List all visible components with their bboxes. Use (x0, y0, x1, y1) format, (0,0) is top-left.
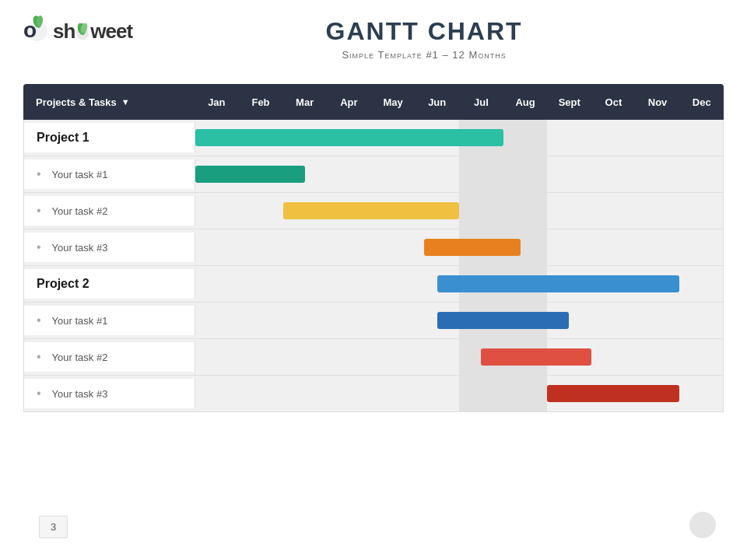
month-header-jun: Jun (415, 96, 459, 108)
bar-area (195, 376, 723, 411)
task-name: Your task #1 (52, 169, 108, 180)
sub-title: Simple Template #1 – 12 Months (132, 49, 716, 61)
month-header-aug: Aug (503, 96, 548, 108)
main-title: Gantt Chart (132, 17, 716, 46)
month-header-nov: Nov (636, 96, 680, 108)
task-label: •Your task #2 (24, 342, 195, 372)
shade-region (459, 376, 547, 411)
project-bar (437, 275, 679, 292)
project-name: Project 2 (37, 277, 89, 291)
gantt-row: •Your task #2 (24, 193, 723, 229)
page-number: 3 (39, 516, 68, 538)
task-bar (481, 348, 591, 366)
logo-icon: o (23, 16, 51, 44)
gantt-row: •Your task #3 (24, 229, 723, 266)
bar-area (195, 229, 723, 265)
task-label: •Your task #2 (24, 196, 195, 226)
gantt-header: Projects & Tasks ▼ JanFebMarAprMayJunJul… (23, 84, 724, 120)
month-headers: JanFebMarAprMayJunJulAugSeptOctNovDec (195, 96, 724, 108)
bar-area (195, 339, 723, 375)
projects-tasks-header: Projects & Tasks ▼ (23, 96, 195, 108)
gantt-row: •Your task #2 (24, 339, 723, 376)
bullet-icon: • (37, 387, 41, 401)
task-name: Your task #3 (52, 388, 108, 400)
gantt-row: Project 1 (24, 120, 723, 156)
filter-icon[interactable]: ▼ (121, 97, 130, 107)
project-bar (195, 129, 503, 146)
month-header-mar: Mar (282, 96, 327, 108)
task-label: •Your task #3 (24, 379, 195, 408)
task-name: Your task #1 (52, 315, 108, 327)
gantt-row: •Your task #3 (24, 376, 723, 411)
bar-area (195, 303, 723, 338)
bullet-icon: • (37, 167, 41, 181)
task-bar (283, 202, 459, 219)
bullet-icon: • (37, 313, 41, 327)
month-header-dec: Dec (679, 96, 724, 108)
gantt-body: Project 1•Your task #1•Your task #2•Your… (23, 120, 724, 412)
month-header-apr: Apr (327, 96, 371, 108)
logo: o shweet (23, 17, 132, 45)
task-name: Your task #2 (52, 352, 108, 363)
shade-region (459, 193, 547, 229)
task-bar (195, 166, 305, 183)
gantt-row: •Your task #1 (24, 156, 723, 193)
task-bar (437, 312, 570, 329)
task-bar (547, 385, 679, 402)
title-block: Gantt Chart Simple Template #1 – 12 Mont… (132, 17, 716, 61)
gantt-chart: Projects & Tasks ▼ JanFebMarAprMayJunJul… (23, 84, 724, 412)
task-bar (424, 239, 521, 256)
bar-area (195, 193, 723, 229)
project-label: Project 2 (24, 269, 195, 299)
month-header-oct: Oct (591, 96, 636, 108)
month-header-jan: Jan (195, 96, 239, 108)
month-header-jul: Jul (459, 96, 503, 108)
project-label: Project 1 (24, 123, 195, 152)
bullet-icon: • (37, 204, 41, 218)
month-header-feb: Feb (239, 96, 283, 108)
task-label: •Your task #3 (24, 233, 195, 262)
bar-area (195, 120, 723, 156)
gantt-row: •Your task #1 (24, 303, 723, 339)
project-name: Project 1 (37, 131, 89, 145)
bar-area (195, 156, 723, 192)
task-name: Your task #2 (52, 205, 108, 217)
page-header: o shweet Gantt Chart Simple Template #1 … (0, 0, 747, 68)
task-name: Your task #3 (52, 242, 108, 254)
task-label: •Your task #1 (24, 306, 195, 335)
projects-tasks-label: Projects & Tasks (36, 96, 117, 108)
month-header-may: May (371, 96, 416, 108)
logo-text: shweet (53, 19, 132, 44)
bullet-icon: • (37, 350, 41, 364)
bar-area (195, 266, 723, 302)
scroll-icon[interactable] (689, 512, 716, 538)
task-label: •Your task #1 (24, 159, 195, 189)
gantt-row: Project 2 (24, 266, 723, 303)
month-header-sept: Sept (547, 96, 591, 108)
bullet-icon: • (37, 240, 41, 254)
shade-region (459, 156, 547, 192)
